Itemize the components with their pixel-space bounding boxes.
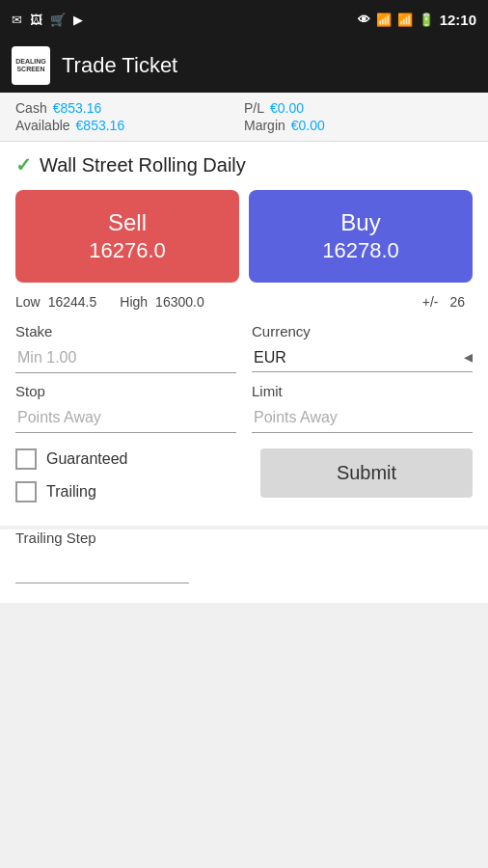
trailing-checkbox[interactable] xyxy=(15,481,37,502)
guaranteed-submit-row: Guaranteed Trailing Submit xyxy=(15,448,473,514)
app-header: DEALING SCREEN Trade Ticket xyxy=(0,39,488,93)
buy-label: Buy xyxy=(340,207,380,237)
limit-group: Limit xyxy=(252,383,473,433)
sell-price: 16276.0 xyxy=(89,237,166,265)
pl-row: P/L €0.00 xyxy=(244,100,473,116)
clock: 12:10 xyxy=(440,12,476,28)
instrument-row: ✓ Wall Street Rolling Daily xyxy=(15,153,473,176)
status-icons: ✉ 🖼 🛒 ▶ xyxy=(12,13,83,27)
status-bar: ✉ 🖼 🛒 ▶ 👁 📶 📶 🔋 12:10 xyxy=(0,0,488,39)
cash-row: Cash €853.16 xyxy=(15,100,244,116)
battery-icon: 🔋 xyxy=(419,13,434,27)
buy-button[interactable]: Buy 16278.0 xyxy=(249,190,473,283)
price-info-row: Low 16244.5 High 16300.0 +/- 26 xyxy=(15,294,473,310)
checkboxes-area: Guaranteed Trailing xyxy=(15,448,128,514)
stake-label: Stake xyxy=(15,323,236,339)
status-right: 👁 📶 📶 🔋 12:10 xyxy=(358,12,476,28)
check-icon: ✓ xyxy=(15,153,32,176)
trade-buttons: Sell 16276.0 Buy 16278.0 xyxy=(15,190,473,283)
high-value: 16300.0 xyxy=(155,294,204,310)
low-label: Low xyxy=(15,294,41,310)
stake-input[interactable] xyxy=(15,343,236,373)
limit-input[interactable] xyxy=(252,403,473,433)
account-info-bar: Cash €853.16 P/L €0.00 Available €853.16… xyxy=(0,93,488,142)
trailing-step-label: Trailing Step xyxy=(15,529,473,546)
pl-label: P/L xyxy=(244,100,264,116)
page-title: Trade Ticket xyxy=(62,53,177,78)
guaranteed-label: Guaranteed xyxy=(46,450,128,468)
available-value: €853.16 xyxy=(76,118,125,133)
available-row: Available €853.16 xyxy=(15,118,244,133)
pl-value: €0.00 xyxy=(270,100,304,116)
trailing-row: Trailing xyxy=(15,481,128,502)
stake-group: Stake xyxy=(15,323,236,373)
currency-select[interactable]: EUR GBP USD xyxy=(252,343,473,371)
low-value: 16244.5 xyxy=(48,294,97,310)
available-label: Available xyxy=(15,118,70,133)
trailing-label: Trailing xyxy=(46,483,96,501)
cash-value: €853.16 xyxy=(53,100,102,116)
submit-button[interactable]: Submit xyxy=(260,448,473,498)
spread-label: +/- xyxy=(422,294,439,310)
video-icon: ▶ xyxy=(73,13,83,27)
eye-icon: 👁 xyxy=(358,13,370,27)
cart-icon: 🛒 xyxy=(50,13,66,27)
image-icon: 🖼 xyxy=(30,13,42,27)
sell-button[interactable]: Sell 16276.0 xyxy=(15,190,239,283)
trailing-step-input[interactable] xyxy=(15,554,189,583)
stake-currency-row: Stake Currency EUR GBP USD ◂ xyxy=(15,323,473,373)
margin-row: Margin €0.00 xyxy=(244,118,473,133)
stop-input[interactable] xyxy=(15,403,236,433)
spread-value: 26 xyxy=(449,294,465,310)
stop-limit-row: Stop Limit xyxy=(15,383,473,433)
wifi-icon: 📶 xyxy=(376,13,392,27)
guaranteed-checkbox[interactable] xyxy=(15,448,37,470)
stop-label: Stop xyxy=(15,383,236,399)
guaranteed-row: Guaranteed xyxy=(15,448,128,470)
currency-group: Currency EUR GBP USD ◂ xyxy=(252,323,473,373)
cash-label: Cash xyxy=(15,100,47,116)
buy-price: 16278.0 xyxy=(322,237,399,265)
stop-group: Stop xyxy=(15,383,236,433)
app-logo: DEALING SCREEN xyxy=(12,46,50,85)
main-content: ✓ Wall Street Rolling Daily Sell 16276.0… xyxy=(0,142,488,526)
high-label: High xyxy=(120,294,148,310)
currency-wrapper: EUR GBP USD ◂ xyxy=(252,343,473,372)
email-icon: ✉ xyxy=(12,13,22,27)
limit-label: Limit xyxy=(252,383,473,399)
signal-icon: 📶 xyxy=(397,13,413,27)
instrument-name: Wall Street Rolling Daily xyxy=(40,154,246,176)
bottom-area: Trailing Step xyxy=(0,529,488,603)
margin-label: Margin xyxy=(244,118,285,133)
margin-value: €0.00 xyxy=(291,118,325,133)
spread-row: +/- 26 xyxy=(422,294,469,310)
sell-label: Sell xyxy=(108,207,147,237)
currency-label: Currency xyxy=(252,323,473,339)
